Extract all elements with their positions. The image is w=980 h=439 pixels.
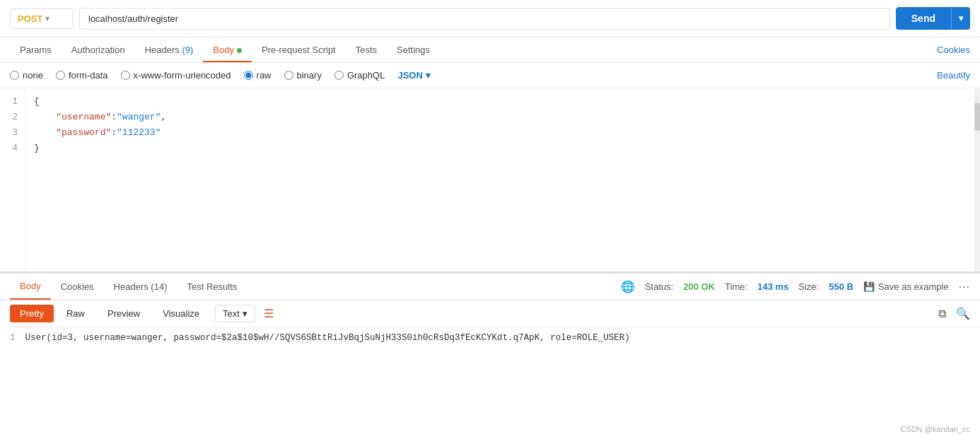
tab-params[interactable]: Params (10, 37, 62, 62)
status-value: 200 OK (683, 281, 715, 292)
code-content[interactable]: { "username":"wanger", "password":"11223… (25, 88, 980, 271)
method-select[interactable]: POST ▾ (10, 8, 74, 29)
tab-body[interactable]: Body (203, 37, 252, 62)
response-tabs-row: Body Cookies Headers (14) Test Results 🌐… (0, 274, 980, 300)
radio-graphql[interactable] (334, 71, 344, 80)
body-dot (237, 48, 242, 53)
time-value: 143 ms (757, 281, 788, 292)
status-label: Status: (645, 281, 673, 292)
option-binary[interactable]: binary (284, 70, 322, 81)
tab-headers[interactable]: Headers (9) (135, 37, 204, 62)
resp-tab-test-results[interactable]: Test Results (177, 274, 247, 299)
code-line-2: "username":"wanger", (34, 110, 972, 125)
copy-icon[interactable]: ⧉ (938, 308, 946, 320)
resp-status-area: 🌐 Status: 200 OK Time: 143 ms Size: 550 … (621, 280, 970, 293)
json-label: JSON (397, 70, 422, 81)
cookies-link[interactable]: Cookies (937, 45, 970, 55)
text-chevron-icon: ▾ (243, 308, 247, 319)
send-label: Send (896, 7, 951, 30)
tab-authorization[interactable]: Authorization (62, 37, 135, 62)
search-icon[interactable]: 🔍 (956, 307, 970, 320)
resp-line-number: 1 (10, 333, 16, 343)
radio-raw[interactable] (244, 71, 253, 80)
code-line-1: { (34, 94, 972, 110)
method-chevron-icon: ▾ (45, 14, 49, 23)
fmt-tab-raw[interactable]: Raw (57, 305, 95, 322)
size-value: 550 B (829, 281, 853, 292)
filter-icon[interactable]: ☰ (264, 307, 274, 320)
resp-tab-body[interactable]: Body (10, 274, 51, 300)
json-chevron-icon: ▾ (426, 70, 431, 81)
json-type-select[interactable]: JSON ▾ (397, 70, 430, 81)
code-line-3: "password":"112233" (34, 125, 972, 141)
fmt-tab-preview[interactable]: Preview (98, 305, 150, 322)
send-button[interactable]: Send ▾ (896, 7, 970, 30)
resp-tab-headers[interactable]: Headers (14) (104, 274, 177, 299)
main-tabs: Params Authorization Headers (9) Body Pr… (0, 37, 980, 63)
watermark: CSDN @kandan_cc (900, 425, 970, 433)
save-example-label: Save as example (878, 281, 949, 292)
url-bar: POST ▾ Send ▾ (0, 0, 980, 37)
option-x-www[interactable]: x-www-form-urlencoded (121, 70, 231, 81)
text-format-dropdown[interactable]: Text ▾ (215, 305, 255, 322)
fmt-tab-visualize[interactable]: Visualize (153, 305, 209, 322)
radio-none[interactable] (10, 71, 19, 80)
radio-binary[interactable] (284, 71, 293, 80)
send-arrow-icon[interactable]: ▾ (951, 8, 970, 29)
tab-pre-request[interactable]: Pre-request Script (252, 37, 346, 62)
option-none[interactable]: none (10, 70, 43, 81)
beautify-link[interactable]: Beautify (937, 70, 970, 81)
response-body: 1 User(id=3, username=wanger, password=$… (0, 327, 980, 349)
option-form-data[interactable]: form-data (56, 70, 108, 81)
bottom-section: Body Cookies Headers (14) Test Results 🌐… (0, 272, 980, 349)
resp-tab-cookies[interactable]: Cookies (51, 274, 104, 299)
code-line-4: } (34, 141, 972, 156)
resp-body-text: User(id=3, username=wanger, password=$2a… (25, 333, 630, 343)
format-tabs-row: Pretty Raw Preview Visualize Text ▾ ☰ ⧉ … (0, 300, 980, 327)
option-graphql[interactable]: GraphQL (334, 70, 385, 81)
tab-tests[interactable]: Tests (346, 37, 387, 62)
save-icon: 💾 (863, 281, 875, 292)
scrollbar[interactable] (974, 88, 980, 271)
time-label: Time: (725, 281, 747, 292)
globe-icon: 🌐 (621, 280, 635, 293)
radio-x-www[interactable] (121, 71, 130, 80)
scrollbar-thumb (974, 103, 980, 131)
text-label: Text (223, 308, 240, 319)
headers-badge: (9) (182, 45, 193, 55)
tab-settings[interactable]: Settings (387, 37, 440, 62)
radio-form-data[interactable] (56, 71, 65, 80)
save-as-example-button[interactable]: 💾 Save as example (863, 281, 949, 292)
body-options-row: none form-data x-www-form-urlencoded raw… (0, 63, 980, 88)
method-label: POST (18, 13, 42, 24)
code-editor: 1 2 3 4 { "username":"wanger", "password… (0, 88, 980, 272)
url-input[interactable] (79, 8, 890, 30)
fmt-tab-pretty[interactable]: Pretty (10, 305, 54, 322)
option-raw[interactable]: raw (244, 70, 272, 81)
size-label: Size: (798, 281, 819, 292)
more-options-button[interactable]: ··· (959, 281, 970, 293)
line-numbers: 1 2 3 4 (0, 88, 25, 271)
